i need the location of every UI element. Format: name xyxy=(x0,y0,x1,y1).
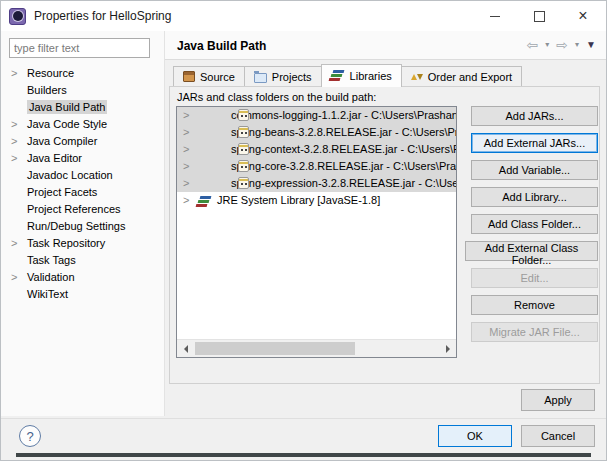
expand-chevron-icon[interactable]: > xyxy=(11,133,17,150)
expand-chevron-icon[interactable]: > xyxy=(183,141,189,158)
expand-chevron-icon[interactable]: > xyxy=(183,107,189,124)
order-export-icon xyxy=(411,71,423,83)
scrollbar-thumb[interactable] xyxy=(195,342,355,355)
jar-icon xyxy=(238,109,249,121)
help-button[interactable]: ? xyxy=(19,425,41,447)
scroll-left-button[interactable] xyxy=(177,340,194,357)
jar-icon xyxy=(238,177,249,189)
action-button-add-class-folder[interactable]: Add Class Folder... xyxy=(471,214,598,234)
sidebar-item-builders[interactable]: > Builders xyxy=(1,82,164,99)
jar-list[interactable]: > commons-logging-1.1.2.jar - C:\Users\P… xyxy=(176,106,457,358)
tab-label: Libraries xyxy=(350,70,392,82)
tab-label: Projects xyxy=(272,71,312,83)
sidebar-item-javadoc-location[interactable]: > Javadoc Location xyxy=(1,167,164,184)
action-button-add-jars[interactable]: Add JARs... xyxy=(471,106,598,126)
list-item[interactable]: > commons-logging-1.1.2.jar - C:\Users\P… xyxy=(177,107,456,124)
list-item-label: spring-context-3.2.8.RELEASE.jar - C:\Us… xyxy=(231,143,456,155)
titlebar[interactable]: Properties for HelloSpring × xyxy=(1,1,606,31)
action-button-add-external-jars[interactable]: Add External JARs... xyxy=(471,133,598,153)
sidebar-item-label: Task Repository xyxy=(27,237,105,249)
cancel-button[interactable]: Cancel xyxy=(521,425,595,447)
library-icon xyxy=(331,70,345,82)
tab-source[interactable]: Source xyxy=(173,66,245,86)
window-bottom-edge xyxy=(16,453,591,457)
action-button-migrate-jar-file[interactable]: Migrate JAR File... xyxy=(471,322,598,342)
sidebar-item-label: Java Build Path xyxy=(27,100,107,114)
expand-chevron-icon[interactable]: > xyxy=(183,192,189,209)
sidebar-item-resource[interactable]: > Resource xyxy=(1,65,164,82)
sidebar-item-label: Builders xyxy=(27,84,67,96)
list-item-label: spring-expression-3.2.8.RELEASE.jar - C:… xyxy=(231,177,456,189)
sidebar-item-label: Java Editor xyxy=(27,152,82,164)
action-button-edit[interactable]: Edit... xyxy=(471,268,598,288)
tab-bar: Source Projects Libraries Order and Expo… xyxy=(173,64,521,86)
expand-chevron-icon[interactable]: > xyxy=(11,269,17,286)
expand-chevron-icon[interactable]: > xyxy=(11,116,17,133)
scroll-left-icon xyxy=(184,345,188,353)
list-item-label: JRE System Library [JavaSE-1.8] xyxy=(217,194,380,206)
minimize-button[interactable] xyxy=(473,1,517,31)
sidebar-item-java-editor[interactable]: > Java Editor xyxy=(1,150,164,167)
sidebar-item-task-tags[interactable]: > Task Tags xyxy=(1,252,164,269)
action-button-remove[interactable]: Remove xyxy=(471,295,598,315)
sidebar-item-run-debug-settings[interactable]: > Run/Debug Settings xyxy=(1,218,164,235)
back-icon[interactable]: ⇦ xyxy=(527,38,539,52)
expand-chevron-icon[interactable]: > xyxy=(11,65,17,82)
forward-menu-icon[interactable]: ▾ xyxy=(575,41,579,49)
expand-chevron-icon[interactable]: > xyxy=(183,158,189,175)
page-title: Java Build Path xyxy=(177,39,266,53)
library-icon xyxy=(198,196,212,208)
eclipse-app-icon-inner xyxy=(13,11,23,21)
close-icon: × xyxy=(578,8,587,24)
maximize-button[interactable] xyxy=(517,1,561,31)
action-button-add-variable[interactable]: Add Variable... xyxy=(471,160,598,180)
tab-projects[interactable]: Projects xyxy=(244,66,322,86)
horizontal-scrollbar[interactable] xyxy=(177,339,456,357)
sidebar-item-label: Java Compiler xyxy=(27,135,97,147)
maximize-icon xyxy=(534,11,545,22)
apply-button[interactable]: Apply xyxy=(521,389,595,411)
tab-order-and-export[interactable]: Order and Export xyxy=(401,66,522,86)
list-item[interactable]: > spring-expression-3.2.8.RELEASE.jar - … xyxy=(177,175,456,192)
window-controls: × xyxy=(473,1,605,31)
libraries-panel: JARs and class folders on the build path… xyxy=(169,86,600,384)
expand-chevron-icon[interactable]: > xyxy=(11,235,17,252)
expand-chevron-icon[interactable]: > xyxy=(183,124,189,141)
scroll-right-button[interactable] xyxy=(439,340,456,357)
sidebar-item-java-build-path[interactable]: > Java Build Path xyxy=(1,99,164,116)
sidebar-item-validation[interactable]: > Validation xyxy=(1,269,164,286)
sidebar-item-label: Run/Debug Settings xyxy=(27,220,125,232)
sidebar-item-java-code-style[interactable]: > Java Code Style xyxy=(1,116,164,133)
action-button-add-external-class-folder[interactable]: Add External Class Folder... xyxy=(465,241,598,261)
folder-icon xyxy=(254,73,267,83)
properties-dialog: Properties for HelloSpring × > Resource … xyxy=(0,0,607,461)
back-menu-icon[interactable]: ▾ xyxy=(545,41,549,49)
list-item[interactable]: > spring-core-3.2.8.RELEASE.jar - C:\Use… xyxy=(177,158,456,175)
view-menu-icon[interactable]: ▼ xyxy=(586,40,596,50)
list-item[interactable]: > JRE System Library [JavaSE-1.8] xyxy=(177,192,456,209)
sidebar-item-project-facets[interactable]: > Project Facets xyxy=(1,184,164,201)
sidebar-divider xyxy=(164,31,165,416)
ok-button[interactable]: OK xyxy=(438,425,512,447)
sidebar-item-label: Resource xyxy=(27,67,74,79)
sidebar: > Resource > Builders > Java Build Path … xyxy=(1,31,164,416)
sidebar-item-project-references[interactable]: > Project References xyxy=(1,201,164,218)
sidebar-item-java-compiler[interactable]: > Java Compiler xyxy=(1,133,164,150)
footer-rule xyxy=(1,418,606,419)
tab-label: Source xyxy=(200,71,235,83)
expand-chevron-icon[interactable]: > xyxy=(11,150,17,167)
list-item[interactable]: > spring-context-3.2.8.RELEASE.jar - C:\… xyxy=(177,141,456,158)
scroll-right-icon xyxy=(446,345,450,353)
filter-input[interactable] xyxy=(9,38,150,58)
sidebar-item-task-repository[interactable]: > Task Repository xyxy=(1,235,164,252)
action-button-add-library[interactable]: Add Library... xyxy=(471,187,598,207)
tab-libraries[interactable]: Libraries xyxy=(321,64,402,87)
jar-icon xyxy=(238,143,249,155)
sidebar-item-wikitext[interactable]: > WikiText xyxy=(1,286,164,303)
list-item[interactable]: > spring-beans-3.2.8.RELEASE.jar - C:\Us… xyxy=(177,124,456,141)
forward-icon[interactable]: ⇨ xyxy=(556,38,568,52)
sidebar-item-label: Javadoc Location xyxy=(27,169,113,181)
close-button[interactable]: × xyxy=(561,1,605,31)
expand-chevron-icon[interactable]: > xyxy=(183,175,189,192)
jar-icon xyxy=(238,126,249,138)
